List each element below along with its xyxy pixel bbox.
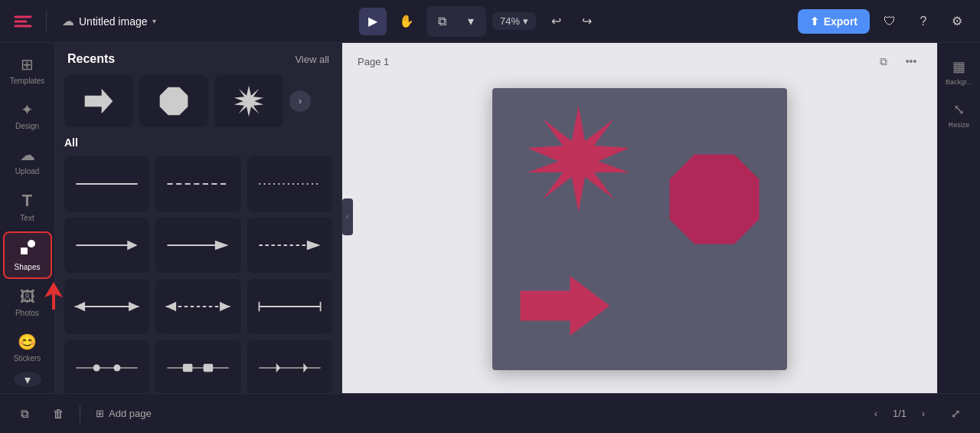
svg-marker-15 bbox=[215, 241, 229, 250]
shape-cell-slider2[interactable] bbox=[155, 340, 240, 393]
title-chevron-icon: ▾ bbox=[152, 17, 156, 25]
hand-tool-button[interactable]: ✋ bbox=[393, 8, 420, 35]
topbar-left: ☁ Untitled image ▾ bbox=[9, 8, 162, 35]
shape-cell-arrow-right[interactable] bbox=[64, 218, 149, 273]
sidebar-item-shapes[interactable]: Shapes bbox=[3, 231, 52, 279]
topbar-divider bbox=[46, 11, 47, 32]
right-panel: ▦ Backgr... ⤡ Resize bbox=[937, 43, 980, 393]
recent-shape-arrow[interactable] bbox=[64, 75, 133, 127]
background-label: Backgr... bbox=[946, 78, 972, 86]
shape-cell-dotted-line[interactable] bbox=[247, 156, 332, 212]
background-icon: ▦ bbox=[952, 58, 965, 75]
sidebar-item-upload-label: Upload bbox=[15, 167, 40, 175]
frame-tool-button[interactable]: ⧉ bbox=[428, 8, 456, 35]
svg-rect-3 bbox=[21, 248, 28, 254]
canvas-arrow-shape[interactable] bbox=[515, 267, 615, 347]
shape-cell-slider1[interactable] bbox=[64, 340, 149, 393]
page-nav: ‹ 1/1 › bbox=[865, 403, 934, 425]
right-panel-resize[interactable]: ⤡ Resize bbox=[939, 95, 979, 135]
svg-marker-17 bbox=[307, 241, 321, 250]
svg-marker-6 bbox=[85, 89, 113, 113]
delete-page-button[interactable]: 🗑 bbox=[46, 402, 70, 426]
document-title: Untitled image bbox=[79, 15, 148, 28]
frame-chevron-button[interactable]: ▾ bbox=[457, 8, 485, 35]
svg-point-4 bbox=[28, 240, 35, 248]
svg-marker-7 bbox=[160, 87, 188, 116]
sidebar-item-design[interactable]: ✦ Design bbox=[3, 94, 52, 136]
recent-shape-starburst[interactable] bbox=[214, 75, 283, 127]
export-icon: ⬆ bbox=[810, 15, 819, 28]
topbar: ☁ Untitled image ▾ ▶ ✋ ⧉ ▾ 74% ▾ ↩ ↪ ⬆ E… bbox=[0, 0, 980, 43]
redo-button[interactable]: ↪ bbox=[573, 8, 600, 35]
sidebar-item-design-label: Design bbox=[15, 122, 39, 130]
recents-row: › bbox=[55, 75, 341, 136]
photos-icon: 🖼 bbox=[20, 288, 35, 306]
sidebar-more-button[interactable]: ▾ bbox=[14, 372, 41, 387]
sidebar-item-templates[interactable]: ⊞ Templates bbox=[3, 49, 52, 91]
undo-redo-group: ↩ ↪ bbox=[542, 8, 600, 35]
logo-button[interactable] bbox=[9, 8, 37, 35]
select-tool-button[interactable]: ▶ bbox=[359, 8, 387, 35]
undo-button[interactable]: ↩ bbox=[542, 8, 570, 35]
prev-page-button[interactable]: ‹ bbox=[865, 403, 887, 425]
view-tool-group: ⧉ ▾ bbox=[426, 6, 486, 37]
panel-collapse-handle[interactable]: ‹ bbox=[342, 198, 353, 235]
shapes-icon bbox=[19, 239, 36, 260]
sidebar-item-stickers[interactable]: 😊 Stickers bbox=[3, 326, 52, 369]
svg-point-29 bbox=[114, 365, 121, 372]
recents-title: Recents bbox=[67, 52, 115, 66]
shield-icon-button[interactable]: 🛡 bbox=[876, 8, 903, 35]
page-more-button[interactable]: ••• bbox=[900, 51, 922, 72]
shape-cell-slider3[interactable] bbox=[247, 340, 332, 393]
topbar-right: ⬆ Export 🛡 ? ⚙ bbox=[798, 8, 971, 35]
sidebar-item-photos[interactable]: 🖼 Photos bbox=[3, 282, 52, 323]
sidebar-item-upload[interactable]: ☁ Upload bbox=[3, 139, 52, 182]
resize-icon: ⤡ bbox=[953, 101, 965, 118]
sidebar-icons: ⊞ Templates ✦ Design ☁ Upload T Text Sha… bbox=[0, 43, 55, 393]
page-thumbnail-button[interactable]: ⧉ bbox=[873, 51, 894, 72]
settings-icon-button[interactable]: ⚙ bbox=[943, 8, 971, 35]
canvas-starburst-shape[interactable] bbox=[523, 103, 634, 218]
svg-marker-34 bbox=[276, 363, 280, 372]
shape-cell-dotted-double-arrow[interactable] bbox=[155, 279, 240, 334]
topbar-center: ▶ ✋ ⧉ ▾ 74% ▾ ↩ ↪ bbox=[168, 6, 792, 37]
canvas-octagon-shape[interactable] bbox=[665, 149, 764, 252]
canvas-wrapper bbox=[342, 80, 937, 393]
shape-cell-arrow-right2[interactable] bbox=[155, 218, 240, 273]
document-title-area[interactable]: ☁ Untitled image ▾ bbox=[56, 11, 162, 31]
next-page-button[interactable]: › bbox=[913, 403, 934, 425]
export-button[interactable]: ⬆ Export bbox=[798, 9, 870, 34]
shape-cell-dashed-line[interactable] bbox=[155, 156, 240, 212]
right-panel-background[interactable]: ▦ Backgr... bbox=[939, 52, 979, 92]
upload-icon: ☁ bbox=[20, 146, 35, 164]
shape-cell-double-arrow[interactable] bbox=[64, 279, 149, 334]
carousel-next-button[interactable]: › bbox=[289, 90, 311, 112]
sidebar-item-photos-label: Photos bbox=[15, 309, 39, 317]
canvas-area: Page 1 ⧉ ••• bbox=[342, 43, 937, 393]
svg-marker-20 bbox=[129, 302, 139, 311]
svg-marker-37 bbox=[670, 154, 760, 244]
zoom-button[interactable]: 74% ▾ bbox=[492, 12, 536, 30]
svg-marker-35 bbox=[303, 363, 307, 372]
templates-icon: ⊞ bbox=[21, 55, 34, 74]
shape-cell-solid-line[interactable] bbox=[64, 156, 149, 212]
canvas[interactable] bbox=[492, 88, 787, 370]
shapes-grid bbox=[64, 156, 332, 393]
svg-marker-36 bbox=[528, 105, 629, 212]
page-thumbnail-bottom-button[interactable]: ⧉ bbox=[12, 402, 37, 426]
svg-marker-38 bbox=[521, 276, 610, 336]
svg-rect-32 bbox=[204, 364, 213, 372]
sidebar-item-text[interactable]: T Text bbox=[3, 185, 52, 228]
all-section: All bbox=[55, 136, 341, 393]
fullscreen-button[interactable]: ⤢ bbox=[943, 402, 968, 426]
text-icon: T bbox=[22, 191, 32, 211]
shape-cell-measure-arrow[interactable] bbox=[247, 279, 332, 334]
recent-shape-octagon[interactable] bbox=[139, 75, 208, 127]
help-icon-button[interactable]: ? bbox=[910, 8, 937, 35]
sidebar-item-templates-label: Templates bbox=[10, 77, 45, 85]
shape-cell-dotted-arrow-right[interactable] bbox=[247, 218, 332, 273]
sidebar-item-stickers-label: Stickers bbox=[14, 354, 41, 362]
view-all-button[interactable]: View all bbox=[295, 54, 329, 65]
add-page-button[interactable]: ⊞ Add page bbox=[90, 405, 158, 422]
bottom-divider bbox=[80, 405, 80, 423]
